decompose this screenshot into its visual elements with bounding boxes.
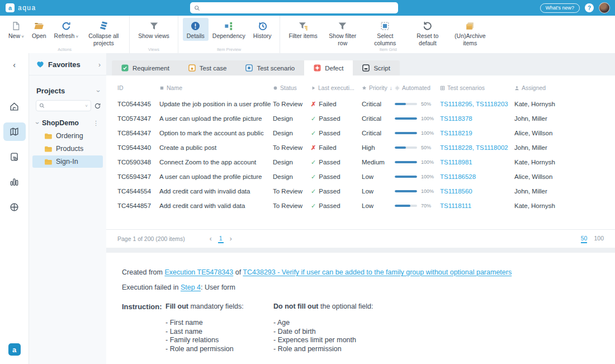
page-size-50[interactable]: 50 (581, 235, 588, 243)
table-row[interactable]: TC0544345Update the job position in a us… (106, 97, 615, 111)
details-button[interactable]: Details (183, 18, 209, 41)
column-header-status[interactable]: Status (273, 84, 311, 91)
rail-item-browse[interactable] (3, 198, 26, 216)
global-search[interactable] (190, 2, 398, 13)
prev-page-button[interactable]: ‹ (210, 235, 212, 243)
page-number-current[interactable]: 1 (218, 235, 224, 243)
table-row[interactable]: TC0590348Connect Zoom to the app account… (106, 155, 615, 169)
tab-script[interactable]: Script (353, 60, 399, 75)
progress-bar (395, 161, 417, 163)
chevron-down-icon[interactable]: ˅ (85, 103, 88, 108)
page-size-100[interactable]: 100 (594, 235, 604, 243)
cell-id: TC0544345 (117, 101, 159, 107)
avatar[interactable] (599, 2, 610, 13)
tree-root-shopdemo[interactable]: › ShopDemo ⋮ (32, 117, 103, 129)
reset-icon (422, 20, 434, 32)
table-row[interactable]: TC4544554Add credit card with invalid da… (106, 184, 615, 198)
instruction-title-bold: Do not fill out (273, 302, 319, 310)
tab-test-scenario[interactable]: Test scenario (236, 60, 304, 75)
kebab-menu-icon[interactable]: ⋮ (93, 120, 99, 127)
new-button[interactable]: New ˅ (4, 18, 28, 41)
column-header-test-scenarios[interactable]: Test scenarios (440, 84, 514, 91)
tree-item-products[interactable]: Products (32, 143, 103, 155)
rail-item-home[interactable] (3, 97, 26, 116)
cell-id: TC4544554 (117, 188, 159, 195)
chevron-right-icon[interactable]: › (98, 61, 101, 69)
refresh-tree-button[interactable] (94, 102, 101, 110)
project-search[interactable]: ˅ (36, 100, 91, 111)
step-link[interactable]: Step 4 (181, 283, 201, 291)
show-views-button[interactable]: Show views (134, 18, 173, 41)
instruction-item: - Family relations (165, 336, 273, 345)
rail-item-reports[interactable] (3, 148, 26, 166)
project-search-input[interactable] (46, 102, 83, 109)
cell-test-scenarios[interactable]: TS1118111 (440, 202, 514, 209)
column-header-automated[interactable]: Automated (395, 84, 440, 91)
table-row[interactable]: TC8544347Option to mark the account as p… (106, 126, 615, 140)
project-search-row: ˅ (29, 99, 106, 115)
column-header-last-executi[interactable]: Last executi... (311, 84, 362, 91)
unarchive-items-button[interactable]: (Un)Archive items (449, 18, 491, 48)
reset-to-default-button[interactable]: Reset to default (406, 18, 449, 48)
cell-test-scenarios[interactable]: TS1118560 (440, 188, 514, 195)
table-row[interactable]: TC0574347A user can upload the profile p… (106, 111, 615, 126)
favorites-section[interactable]: Favorites › (29, 53, 106, 75)
failed-x-icon: ✗ (311, 144, 316, 152)
progress-bar (395, 176, 417, 178)
rail-item-analytics[interactable] (3, 173, 26, 191)
cell-assigned: John, Miller (514, 115, 604, 122)
execution-label: Passed (319, 173, 340, 180)
column-header-name[interactable]: Name (159, 84, 273, 91)
execution-link[interactable]: Execution TE5478343 (164, 268, 233, 276)
cell-last-execution: ✓Passed (311, 159, 362, 166)
column-label: Name (167, 84, 182, 91)
progress-bar-fill (395, 205, 410, 207)
cell-test-scenarios[interactable]: TS1118219 (440, 130, 514, 136)
tab-requirement[interactable]: Requirement (112, 60, 179, 75)
whats-new-button[interactable]: What's new? (540, 3, 580, 13)
dependency-button[interactable]: Dependency (209, 18, 249, 41)
tree-item-sign-in[interactable]: Sign-In (32, 155, 103, 168)
collapse-all-projects-button[interactable]: Collapse all projects (82, 18, 125, 48)
open-button[interactable]: Open (28, 18, 50, 41)
cell-test-scenarios[interactable]: TS1118981 (440, 159, 514, 166)
history-button[interactable]: History (249, 18, 276, 41)
help-button[interactable]: ? (585, 3, 594, 12)
table-row[interactable]: TC9544340Create a public postTo Review✗F… (106, 140, 615, 155)
next-page-button[interactable]: › (230, 235, 232, 243)
progress-bar-fill (395, 103, 406, 105)
cell-priority: Critical (362, 130, 395, 136)
instruction-column-2: Do not fill out the optional field:- Age… (273, 302, 599, 353)
rail-item-projects[interactable] (3, 122, 26, 141)
chevron-down-icon: ˅ (20, 34, 24, 39)
toolbar-group-item-preview: DetailsDependencyHistoryItem Preview (178, 16, 280, 53)
toolbar-button-label: Filter items (288, 32, 317, 40)
toolbar-group-caption: Item Grid (280, 47, 495, 52)
cell-test-scenarios[interactable]: TS1118295, TS1118203 (440, 101, 514, 107)
projects-header[interactable]: Projects › (29, 75, 106, 99)
tree-item-ordering[interactable]: Ordering (32, 130, 103, 142)
cell-test-scenarios[interactable]: TS1118378 (440, 115, 514, 122)
failed-x-icon: ✗ (311, 101, 316, 108)
global-search-input[interactable] (203, 4, 394, 11)
progress-bar (395, 117, 417, 120)
tab-test-case[interactable]: Test case (179, 60, 236, 75)
table-row[interactable]: TC6594347A user can upload the profile p… (106, 169, 615, 184)
toolbar-group-caption: Item Preview (178, 47, 280, 52)
column-header-assigned[interactable]: Assigned (514, 84, 604, 91)
tab-defect[interactable]: Defect (304, 60, 353, 75)
column-header-id[interactable]: ID (117, 84, 159, 91)
collapse-sidebar-button[interactable]: ‹ (13, 60, 16, 69)
select-columns-button[interactable]: Select columns (364, 18, 406, 48)
refresh-button[interactable]: Refresh ˅ (50, 18, 83, 41)
column-header-priority[interactable]: Priority↓ (362, 84, 395, 91)
toolbar-button-label: Show views (138, 32, 169, 40)
filter-items-button[interactable]: Filter items (285, 18, 321, 41)
cell-test-scenarios[interactable]: TS1118228, TS1118002 (440, 144, 514, 151)
cell-test-scenarios[interactable]: TS11186528 (440, 173, 514, 180)
show-filter-row-button[interactable]: Show filter row (321, 18, 364, 48)
test-case-link[interactable]: TC438293 - Verify if user can be added t… (243, 268, 512, 276)
cell-id: TC9544340 (117, 144, 159, 151)
table-row[interactable]: TC4544857Add credit card with valid data… (106, 198, 615, 213)
progress-bar (395, 132, 417, 134)
